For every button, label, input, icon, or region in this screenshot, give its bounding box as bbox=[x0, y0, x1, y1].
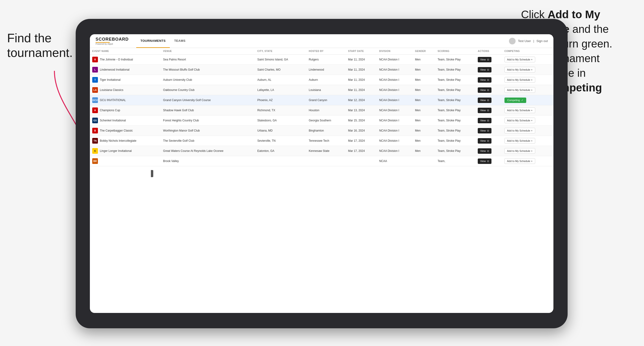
view-button[interactable]: View ⊙ bbox=[478, 159, 492, 164]
nav-right: Test User | Sign out bbox=[509, 38, 548, 44]
city-cell: Lafayette, LA bbox=[255, 85, 306, 95]
division-cell: NCAA Division I bbox=[377, 65, 413, 75]
competing-label: Competing bbox=[507, 99, 520, 102]
actions-cell: View ⊙ bbox=[475, 95, 502, 105]
add-schedule-button[interactable]: Add to My Schedule + bbox=[504, 67, 535, 72]
add-schedule-button[interactable]: Add to My Schedule + bbox=[504, 57, 535, 62]
gender-cell: Men bbox=[413, 116, 435, 126]
event-name: Linger Longer Invitational bbox=[100, 149, 132, 153]
host-cell: Louisiana bbox=[306, 85, 346, 95]
view-icon: ⊙ bbox=[487, 150, 489, 153]
actions-cell: View ⊙ bbox=[475, 85, 502, 95]
add-schedule-button[interactable]: Add to My Schedule + bbox=[504, 148, 535, 154]
add-schedule-button[interactable]: Add to My Schedule + bbox=[504, 77, 535, 83]
view-icon: ⊙ bbox=[487, 139, 489, 142]
col-start-date: START DATE bbox=[346, 48, 377, 55]
host-cell: Lindenwood bbox=[306, 65, 346, 75]
venue-cell: Oakbourne Country Club bbox=[161, 85, 255, 95]
scoring-cell: Team, Stroke Play bbox=[435, 85, 475, 95]
event-name: Schenkel Invitational bbox=[100, 119, 126, 122]
division-cell: NCAA Division I bbox=[377, 75, 413, 85]
add-schedule-button[interactable]: Add to My Schedule + bbox=[504, 107, 535, 113]
scoring-cell: Team, Stroke Play bbox=[435, 105, 475, 116]
view-button[interactable]: View ⊙ bbox=[478, 98, 492, 103]
gender-cell: Men bbox=[413, 65, 435, 75]
view-button[interactable]: View ⊙ bbox=[478, 67, 492, 72]
venue-cell: Worthington Manor Golf Club bbox=[161, 126, 255, 136]
view-button[interactable]: View ⊙ bbox=[478, 77, 492, 83]
table-row: H Champions Cup Shadow Hawk Golf ClubRic… bbox=[90, 105, 554, 116]
col-city-state: CITY, STATE bbox=[255, 48, 306, 55]
add-schedule-button[interactable]: Add to My Schedule + bbox=[504, 158, 535, 164]
venue-cell: Auburn University Club bbox=[161, 75, 255, 85]
venue-cell: Brook Valley bbox=[161, 156, 255, 166]
city-cell: Urbana, MD bbox=[255, 126, 306, 136]
team-logo: L bbox=[92, 67, 98, 72]
event-name-cell: R The Johnnie - O Individual bbox=[90, 55, 161, 65]
gender-cell: Men bbox=[413, 75, 435, 85]
actions-cell: View ⊙ bbox=[475, 105, 502, 116]
gender-cell: Men bbox=[413, 105, 435, 116]
view-button[interactable]: View ⊙ bbox=[478, 138, 492, 144]
division-cell: NCAA Division I bbox=[377, 146, 413, 156]
view-button[interactable]: View ⊙ bbox=[478, 128, 492, 134]
host-cell: Rutgers bbox=[306, 55, 346, 65]
logo-area: SCOREBOARD Powered by clippd bbox=[96, 37, 129, 45]
actions-cell: View ⊙ bbox=[475, 75, 502, 85]
view-button[interactable]: View ⊙ bbox=[478, 118, 492, 123]
add-schedule-button[interactable]: Add to My Schedule + bbox=[504, 138, 535, 144]
team-logo: H bbox=[92, 107, 98, 113]
col-gender: GENDER bbox=[413, 48, 435, 55]
tablet-screen: SCOREBOARD Powered by clippd TOURNAMENTS… bbox=[90, 34, 554, 313]
view-icon: ⊙ bbox=[487, 109, 489, 112]
col-division: DIVISION bbox=[377, 48, 413, 55]
table-row: TN Bobby Nichols Intercollegiate The Sev… bbox=[90, 136, 554, 146]
competing-cell: Add to My Schedule + bbox=[502, 55, 554, 65]
add-schedule-button[interactable]: Add to My Schedule + bbox=[504, 128, 535, 134]
scoring-cell: Team, Stroke Play bbox=[435, 116, 475, 126]
event-name: The Johnnie - O Individual bbox=[100, 58, 133, 61]
event-name: Tiger Invitational bbox=[100, 78, 120, 81]
view-icon: ⊙ bbox=[487, 58, 489, 61]
event-name-cell: BR bbox=[90, 156, 161, 166]
division-cell: NCAA Division I bbox=[377, 105, 413, 116]
date-cell: Mar 11, 2024 bbox=[346, 85, 377, 95]
host-cell: Georgia Southern bbox=[306, 116, 346, 126]
date-cell: Mar 17, 2024 bbox=[346, 146, 377, 156]
view-button[interactable]: View ⊙ bbox=[478, 57, 492, 62]
event-name-cell: K Linger Longer Invitational bbox=[90, 146, 161, 156]
tab-teams[interactable]: TEAMS bbox=[170, 34, 190, 48]
city-cell: Eatonton, GA bbox=[255, 146, 306, 156]
date-cell bbox=[346, 156, 377, 166]
view-button[interactable]: View ⊙ bbox=[478, 148, 492, 154]
date-cell: Mar 13, 2024 bbox=[346, 105, 377, 116]
col-venue: VENUE bbox=[161, 48, 255, 55]
event-name-cell: LA Louisiana Classics bbox=[90, 85, 161, 95]
tab-tournaments[interactable]: TOURNAMENTS bbox=[136, 34, 170, 48]
event-name-cell: B The Carpetbagger Classic bbox=[90, 126, 161, 136]
sign-out-link[interactable]: Sign out bbox=[536, 39, 548, 43]
view-button[interactable]: View ⊙ bbox=[478, 108, 492, 113]
competing-cell: Add to My Schedule + bbox=[502, 85, 554, 95]
date-cell: Mar 11, 2024 bbox=[346, 55, 377, 65]
tournaments-table: EVENT NAME VENUE CITY, STATE HOSTED BY S… bbox=[90, 48, 554, 166]
event-name: The Carpetbagger Classic bbox=[100, 129, 133, 132]
view-button[interactable]: View ⊙ bbox=[478, 87, 492, 93]
city-cell: Phoenix, AZ bbox=[255, 95, 306, 105]
col-hosted-by: HOSTED BY bbox=[306, 48, 346, 55]
host-cell: Houston bbox=[306, 105, 346, 116]
actions-cell: View ⊙ bbox=[475, 65, 502, 75]
nav-left: SCOREBOARD Powered by clippd TOURNAMENTS… bbox=[96, 34, 190, 48]
division-cell: NCAA Division I bbox=[377, 126, 413, 136]
competing-cell: Add to My Schedule + bbox=[502, 65, 554, 75]
nav-tabs: TOURNAMENTS TEAMS bbox=[136, 34, 190, 48]
date-cell: Mar 17, 2024 bbox=[346, 136, 377, 146]
gender-cell: Men bbox=[413, 85, 435, 95]
actions-cell: View ⊙ bbox=[475, 55, 502, 65]
add-schedule-button[interactable]: Add to My Schedule + bbox=[504, 87, 535, 93]
competing-button[interactable]: Competing ✓ bbox=[504, 98, 526, 103]
venue-cell: The Missouri Bluffs Golf Club bbox=[161, 65, 255, 75]
add-schedule-button[interactable]: Add to My Schedule + bbox=[504, 118, 535, 123]
scoring-cell: Team, Stroke Play bbox=[435, 146, 475, 156]
col-event-name: EVENT NAME bbox=[90, 48, 161, 55]
